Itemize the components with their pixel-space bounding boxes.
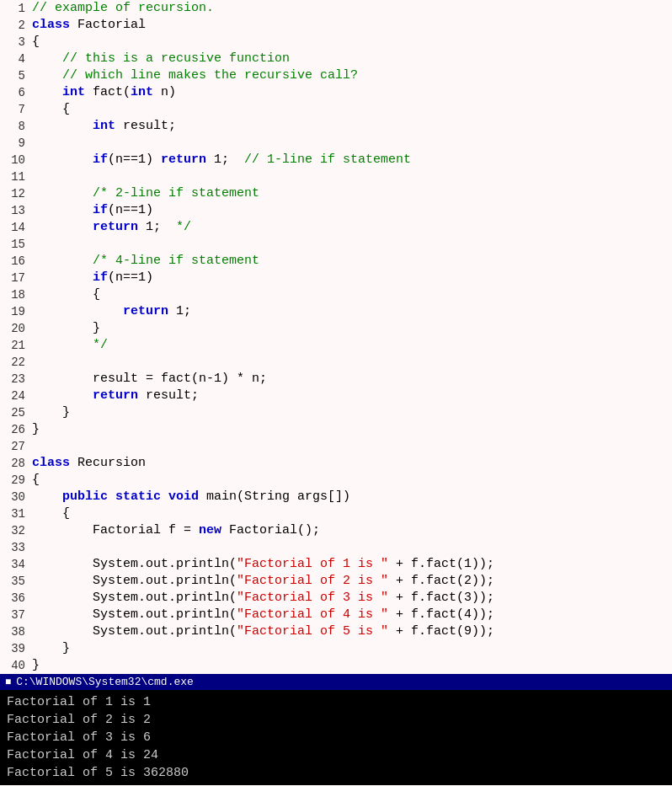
code-line: 11: [0, 168, 672, 185]
token: result;: [115, 119, 176, 133]
token: [32, 85, 62, 99]
code-line: 24 return result;: [0, 388, 672, 404]
token: // this is a recusive function: [32, 51, 290, 66]
line-content: // this is a recusive function: [32, 51, 672, 67]
line-number: 3: [0, 34, 32, 51]
line-content: System.out.println("Factorial of 5 is " …: [32, 623, 672, 640]
code-line: 9: [0, 135, 672, 152]
line-content: System.out.println("Factorial of 2 is " …: [32, 573, 672, 590]
line-number: 24: [0, 388, 32, 404]
token: [108, 489, 115, 504]
token: if: [93, 270, 108, 285]
code-line: 25 }: [0, 404, 672, 421]
terminal-output-line: Factorial of 1 is 1: [7, 693, 665, 711]
code-line: 15: [0, 236, 672, 253]
token: public: [62, 489, 108, 504]
line-content: {: [32, 472, 672, 489]
code-line: 5 // which line makes the recursive call…: [0, 67, 672, 84]
line-content: }: [32, 421, 672, 438]
token: + f.fact(3));: [388, 591, 494, 605]
token: (n==1): [108, 152, 161, 167]
token: [32, 270, 93, 285]
token: int: [62, 85, 85, 99]
token: [32, 186, 93, 201]
line-content: {: [32, 286, 672, 303]
token: + f.fact(2));: [388, 574, 494, 588]
token: return: [93, 388, 138, 403]
line-number: 35: [0, 573, 32, 590]
token: result;: [138, 388, 199, 403]
code-editor: 1// example of recursion.2class Factoria…: [0, 0, 672, 674]
token: System.out.println(: [32, 574, 237, 588]
code-line: 21 */: [0, 337, 672, 354]
code-line: 14 return 1; */: [0, 219, 672, 236]
token: Factorial f =: [32, 523, 199, 537]
line-number: 7: [0, 101, 32, 118]
code-line: 7 {: [0, 101, 672, 118]
line-content: Factorial f = new Factorial();: [32, 522, 672, 539]
line-number: 40: [0, 657, 32, 674]
token: "Factorial of 2 is ": [237, 574, 388, 588]
code-line: 36 System.out.println("Factorial of 3 is…: [0, 590, 672, 607]
code-line: 8 int result;: [0, 118, 672, 135]
line-number: 14: [0, 219, 32, 236]
token: {: [32, 287, 100, 302]
code-line: 40}: [0, 657, 672, 674]
code-line: 1// example of recursion.: [0, 0, 672, 17]
code-line: 38 System.out.println("Factorial of 5 is…: [0, 623, 672, 640]
token: // which line makes the recursive call?: [32, 68, 358, 83]
line-number: 8: [0, 118, 32, 135]
token: Recursion: [70, 456, 146, 470]
code-line: 6 int fact(int n): [0, 84, 672, 101]
code-line: 22: [0, 354, 672, 371]
code-line: 30 public static void main(String args[]…: [0, 489, 672, 505]
terminal-icon: ■: [5, 676, 11, 688]
token: return: [123, 304, 168, 318]
terminal-title: C:\WINDOWS\System32\cmd.exe: [16, 676, 194, 688]
token: class: [32, 18, 70, 32]
token: fact(: [85, 85, 131, 99]
token: return: [93, 220, 138, 234]
line-content: [32, 438, 672, 455]
line-number: 16: [0, 253, 32, 270]
code-line: 13 if(n==1): [0, 202, 672, 219]
line-number: 18: [0, 286, 32, 303]
code-line: 12 /* 2-line if statement: [0, 185, 672, 202]
token: 1;: [138, 220, 176, 234]
line-number: 5: [0, 67, 32, 84]
line-content: }: [32, 657, 672, 674]
terminal-title-bar: ■ C:\WINDOWS\System32\cmd.exe: [0, 674, 672, 690]
line-number: 39: [0, 640, 32, 657]
line-number: 17: [0, 270, 32, 286]
code-line: 29{: [0, 472, 672, 489]
code-line: 2class Factorial: [0, 17, 672, 34]
line-number: 15: [0, 236, 32, 253]
token: [32, 203, 93, 217]
code-line: 16 /* 4-line if statement: [0, 253, 672, 270]
line-content: [32, 539, 672, 556]
line-content: [32, 236, 672, 253]
line-content: /* 4-line if statement: [32, 253, 672, 270]
code-line: 4 // this is a recusive function: [0, 51, 672, 67]
line-content: [32, 135, 672, 152]
token: Factorial();: [221, 523, 320, 537]
token: }: [32, 422, 40, 436]
token: {: [32, 506, 70, 521]
line-number: 25: [0, 404, 32, 421]
token: void: [168, 489, 199, 504]
code-line: 20 }: [0, 320, 672, 337]
token: }: [32, 641, 70, 655]
token: main(String args[]): [199, 489, 350, 504]
code-line: 35 System.out.println("Factorial of 2 is…: [0, 573, 672, 590]
token: System.out.println(: [32, 591, 237, 605]
line-number: 22: [0, 354, 32, 371]
token: (n==1): [108, 203, 153, 217]
token: }: [32, 321, 100, 335]
token: "Factorial of 5 is ": [237, 624, 388, 639]
line-content: // which line makes the recursive call?: [32, 67, 672, 84]
code-line: 23 result = fact(n-1) * n;: [0, 371, 672, 388]
line-number: 30: [0, 489, 32, 505]
line-number: 9: [0, 135, 32, 152]
token: if: [93, 203, 108, 217]
line-content: class Recursion: [32, 455, 672, 472]
